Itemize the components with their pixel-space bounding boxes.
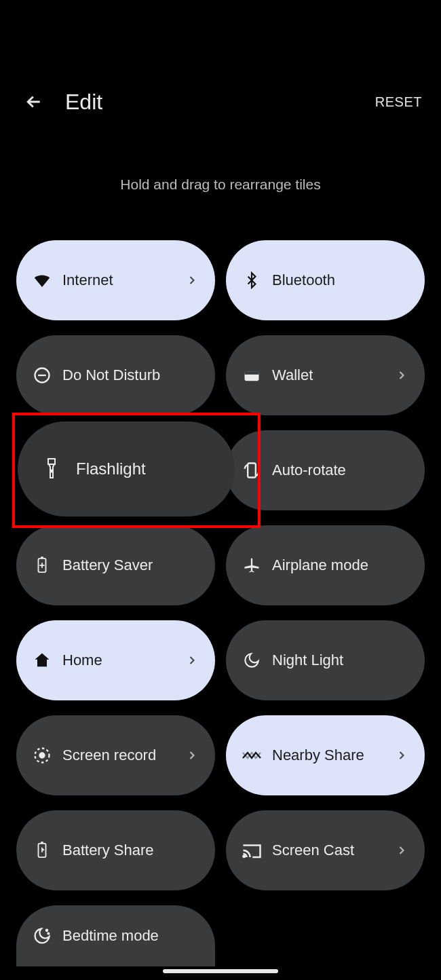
cast-icon: [241, 840, 263, 861]
tile-label: Wallet: [272, 366, 395, 384]
svg-rect-16: [48, 459, 55, 464]
svg-point-10: [40, 753, 45, 758]
chevron-right-icon: [185, 654, 199, 667]
wallet-icon: [241, 364, 263, 386]
svg-point-13: [244, 856, 246, 858]
tile-nearbyshare[interactable]: Nearby Share: [226, 715, 425, 795]
tile-batterysaver[interactable]: Battery Saver: [16, 525, 215, 605]
battery-saver-icon: [31, 554, 53, 576]
instruction-text: Hold and drag to rearrange tiles: [0, 176, 441, 193]
chevron-right-icon: [185, 274, 199, 287]
bluetooth-icon: [241, 269, 263, 291]
tile-label: Nearby Share: [272, 747, 395, 764]
nav-bar-indicator: [163, 969, 278, 973]
svg-point-17: [51, 470, 53, 472]
chevron-right-icon: [395, 844, 408, 857]
tile-label: Do Not Disturb: [62, 366, 199, 384]
do-not-disturb-icon: [31, 364, 53, 386]
tile-label: Battery Share: [62, 842, 199, 859]
tile-wallet[interactable]: Wallet: [226, 335, 425, 415]
chevron-right-icon: [185, 749, 199, 762]
record-icon: [31, 745, 53, 766]
tile-label: Auto-rotate: [272, 461, 408, 479]
chevron-right-icon: [395, 749, 408, 762]
tile-autorotate[interactable]: Auto-rotate: [226, 430, 425, 510]
wifi-icon: [31, 269, 53, 291]
tile-label: Screen Cast: [272, 842, 395, 859]
tile-dnd[interactable]: Do Not Disturb: [16, 335, 215, 415]
svg-point-14: [46, 930, 47, 931]
tile-airplane[interactable]: Airplane mode: [226, 525, 425, 605]
tile-home[interactable]: Home: [16, 620, 215, 700]
tile-label: Flashlight: [76, 459, 146, 478]
airplane-icon: [241, 554, 263, 576]
tile-nightlight[interactable]: Night Light: [226, 620, 425, 700]
tile-bedtime[interactable]: Bedtime mode: [16, 905, 215, 966]
tile-flashlight-dragging[interactable]: Flashlight: [18, 421, 235, 516]
tile-screenrecord[interactable]: Screen record: [16, 715, 215, 795]
home-icon: [31, 649, 53, 671]
moon-icon: [241, 649, 263, 671]
tile-internet[interactable]: Internet: [16, 240, 215, 320]
header-bar: Edit RESET: [0, 81, 441, 122]
tile-batteryshare[interactable]: Battery Share: [16, 810, 215, 890]
tile-label: Night Light: [272, 652, 408, 669]
tile-label: Screen record: [62, 747, 185, 764]
back-button[interactable]: [19, 87, 49, 117]
tile-label: Home: [62, 652, 185, 669]
tile-bluetooth[interactable]: Bluetooth: [226, 240, 425, 320]
svg-point-15: [47, 933, 49, 935]
arrow-left-icon: [24, 92, 44, 112]
tile-label: Airplane mode: [272, 557, 408, 574]
battery-share-icon: [31, 840, 53, 861]
tile-label: Bedtime mode: [62, 927, 199, 945]
chevron-right-icon: [395, 369, 408, 382]
autorotate-icon: [241, 459, 263, 481]
tiles-grid: Internet Bluetooth Do Not Disturb Wallet…: [0, 240, 441, 966]
reset-button[interactable]: RESET: [375, 94, 422, 110]
svg-rect-3: [245, 371, 259, 375]
page-title: Edit: [65, 90, 375, 115]
tile-label: Internet: [62, 271, 185, 289]
tile-screencast[interactable]: Screen Cast: [226, 810, 425, 890]
tile-label: Bluetooth: [272, 271, 408, 289]
flashlight-icon: [43, 457, 60, 480]
nearby-share-icon: [241, 745, 263, 766]
tile-label: Battery Saver: [62, 557, 199, 574]
bedtime-icon: [31, 925, 53, 947]
svg-rect-4: [248, 464, 256, 478]
